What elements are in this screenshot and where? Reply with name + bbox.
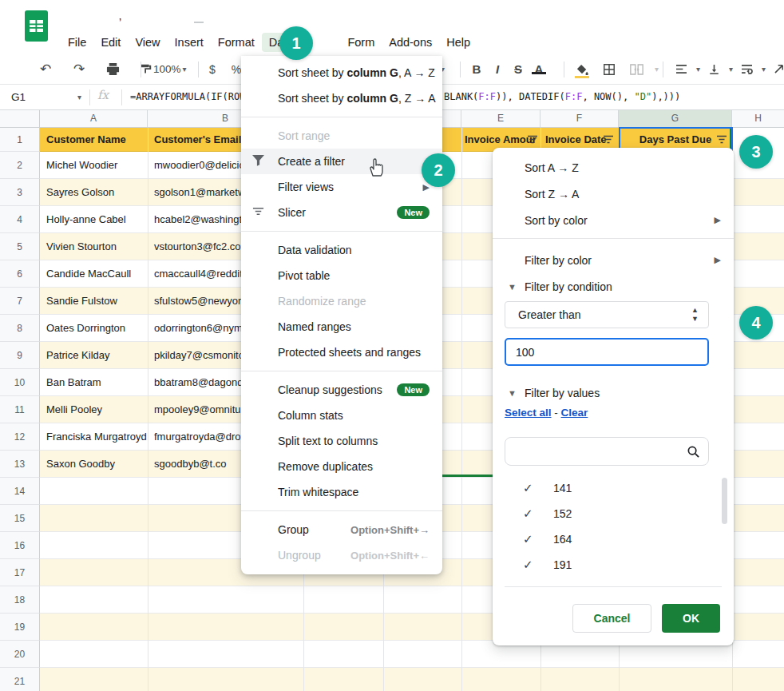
menu-item-randomize-range[interactable]: Randomize range bbox=[241, 288, 442, 314]
bold-button[interactable]: B bbox=[466, 62, 487, 76]
menu-item-sort-z-a[interactable]: Sort Z → A bbox=[493, 181, 734, 207]
menu-item-sort-sheet-by-column-g-z-a[interactable]: Sort sheet by column G, Z → A bbox=[241, 85, 442, 111]
menu-item-named-ranges[interactable]: Named ranges bbox=[241, 314, 442, 340]
horizontal-align-button[interactable] bbox=[671, 59, 691, 80]
filter-value-141[interactable]: ✓141 bbox=[493, 475, 716, 501]
row-header-17[interactable]: 17 bbox=[0, 559, 40, 586]
text-color-button[interactable]: A bbox=[529, 62, 549, 76]
formula-input-end[interactable]: BLANK(F:F)), DATEDIF(F:F, NOW(), "D"),))… bbox=[444, 91, 680, 102]
row-header-4[interactable]: 4 bbox=[0, 206, 40, 233]
cell-name-row4[interactable]: Holly-anne Cabel bbox=[40, 206, 148, 233]
undo-icon[interactable]: ↶ bbox=[35, 59, 56, 80]
merge-caret-icon[interactable]: ▾ bbox=[655, 65, 659, 73]
filter-button-icon[interactable] bbox=[527, 134, 538, 145]
menu-item-sort-by-color[interactable]: Sort by color▶ bbox=[493, 207, 734, 233]
formula-input-start[interactable]: =ARRAYFORMULA(IF(ROW bbox=[130, 91, 246, 102]
cell-name-row7[interactable]: Sandie Fulstow bbox=[40, 288, 148, 315]
row-header-18[interactable]: 18 bbox=[0, 586, 40, 614]
italic-button[interactable]: I bbox=[487, 62, 508, 76]
text-rotation-button[interactable] bbox=[769, 59, 784, 80]
row-header-15[interactable]: 15 bbox=[0, 505, 40, 532]
row-header-20[interactable]: 20 bbox=[0, 641, 40, 668]
menu-item-filter-views[interactable]: Filter views▶ bbox=[241, 174, 442, 200]
values-search-input[interactable] bbox=[505, 437, 709, 466]
section-filter-by-condition[interactable]: ▼Filter by condition bbox=[493, 273, 734, 300]
menu-item-trim-whitespace[interactable]: Trim whitespace bbox=[241, 479, 442, 505]
menubar-item-form[interactable]: Form bbox=[340, 33, 382, 52]
menu-item-pivot-table[interactable]: Pivot table bbox=[241, 263, 442, 288]
wrap-caret-icon[interactable]: ▾ bbox=[762, 65, 766, 73]
menu-item-slicer[interactable]: SlicerNew bbox=[241, 200, 442, 225]
text-wrap-button[interactable] bbox=[736, 59, 757, 80]
menu-item-column-stats[interactable]: Column stats bbox=[241, 403, 442, 428]
menu-item-protected-sheets-and-ranges[interactable]: Protected sheets and ranges bbox=[241, 340, 442, 365]
menubar-item-edit[interactable]: Edit bbox=[93, 33, 128, 52]
vertical-align-button[interactable] bbox=[703, 59, 724, 80]
menu-item-group[interactable]: GroupOption+Shift+→ bbox=[241, 517, 442, 542]
fill-color-button[interactable] bbox=[572, 59, 592, 80]
condition-select[interactable]: Greater than ▲▼ bbox=[505, 301, 709, 328]
filter-button-icon[interactable] bbox=[603, 134, 614, 145]
borders-button[interactable] bbox=[599, 59, 620, 80]
condition-value-input[interactable]: 100 bbox=[505, 338, 709, 366]
menubar-item-view[interactable]: View bbox=[128, 33, 167, 52]
column-header-f[interactable]: F bbox=[540, 110, 619, 127]
cell-name-row2[interactable]: Michel Woodier bbox=[40, 152, 148, 179]
clear-link[interactable]: Clear bbox=[561, 407, 588, 419]
cell-name-row9[interactable]: Patrice Kilday bbox=[40, 342, 148, 369]
ok-button[interactable]: OK bbox=[662, 604, 720, 633]
section-filter-by-values[interactable]: ▼Filter by values bbox=[493, 379, 734, 406]
cell-name-row13[interactable]: Saxon Goodby bbox=[40, 451, 148, 478]
menu-item-ungroup[interactable]: UngroupOption+Shift+← bbox=[241, 542, 442, 568]
cancel-button[interactable]: Cancel bbox=[572, 604, 651, 633]
menu-item-sort-a-z[interactable]: Sort A → Z bbox=[493, 154, 734, 181]
row-header-19[interactable]: 19 bbox=[0, 614, 40, 641]
row-header-9[interactable]: 9 bbox=[0, 342, 40, 369]
menu-item-split-text-to-columns[interactable]: Split text to columns bbox=[241, 428, 442, 454]
menu-item-remove-duplicates[interactable]: Remove duplicates bbox=[241, 454, 442, 479]
cell-name-row12[interactable]: Franciska Murgatroyd bbox=[40, 423, 148, 451]
cell-name-row5[interactable]: Vivien Stourton bbox=[40, 233, 148, 260]
menu-item-cleanup-suggestions[interactable]: Cleanup suggestionsNew bbox=[241, 377, 442, 403]
row-header-2[interactable]: 2 bbox=[0, 152, 40, 179]
row-header-7[interactable]: 7 bbox=[0, 288, 40, 315]
column-header-h[interactable]: H bbox=[732, 110, 784, 127]
select-all-link[interactable]: Select all bbox=[505, 407, 552, 419]
menu-item-create-a-filter[interactable]: Create a filter bbox=[241, 149, 442, 174]
menubar-item-insert[interactable]: Insert bbox=[168, 33, 211, 52]
cell-name-row8[interactable]: Oates Dorrington bbox=[40, 315, 148, 342]
menu-item-sort-sheet-by-column-g-a-z[interactable]: Sort sheet by column G, A → Z bbox=[241, 60, 442, 85]
format-percent-button[interactable]: % bbox=[232, 63, 241, 76]
column-header-g[interactable]: G bbox=[619, 110, 732, 127]
row-header-14[interactable]: 14 bbox=[0, 478, 40, 505]
row-header-16[interactable]: 16 bbox=[0, 532, 40, 559]
row-header-11[interactable]: 11 bbox=[0, 396, 40, 423]
menubar-item-format[interactable]: Format bbox=[211, 33, 262, 52]
row-header-21[interactable]: 21 bbox=[0, 668, 40, 691]
cell-name-row6[interactable]: Candide MacCaull bbox=[40, 260, 148, 288]
menubar-item-file[interactable]: File bbox=[61, 33, 93, 52]
filter-value-164[interactable]: ✓164 bbox=[493, 526, 716, 552]
column-header-a[interactable]: A bbox=[40, 110, 148, 127]
strikethrough-button[interactable]: S bbox=[508, 62, 529, 76]
row-header-13[interactable]: 13 bbox=[0, 451, 40, 478]
filter-value-152[interactable]: ✓152 bbox=[493, 501, 716, 526]
menubar-item-add-ons[interactable]: Add-ons bbox=[382, 33, 439, 52]
values-scrollbar-thumb[interactable] bbox=[722, 478, 727, 524]
name-box[interactable]: G1 ▾ bbox=[0, 85, 89, 109]
column-header-e[interactable]: E bbox=[461, 110, 540, 127]
merge-cells-button[interactable] bbox=[626, 59, 647, 80]
menu-item-filter-by-color[interactable]: Filter by color▶ bbox=[493, 247, 734, 273]
valign-caret-icon[interactable]: ▾ bbox=[729, 65, 733, 73]
row-header-8[interactable]: 8 bbox=[0, 315, 40, 342]
zoom-control[interactable]: 100% ▾ bbox=[153, 54, 187, 84]
menu-item-sort-range[interactable]: Sort range bbox=[241, 123, 442, 149]
row-header-5[interactable]: 5 bbox=[0, 233, 40, 260]
format-currency-button[interactable]: $ bbox=[209, 63, 216, 76]
row-header-6[interactable]: 6 bbox=[0, 260, 40, 288]
header-cell-customer-name[interactable]: Customer Name bbox=[40, 128, 148, 152]
row-header-3[interactable]: 3 bbox=[0, 179, 40, 206]
row-header-10[interactable]: 10 bbox=[0, 369, 40, 396]
menu-item-data-validation[interactable]: Data validation bbox=[241, 237, 442, 263]
align-caret-icon[interactable]: ▾ bbox=[696, 65, 700, 73]
